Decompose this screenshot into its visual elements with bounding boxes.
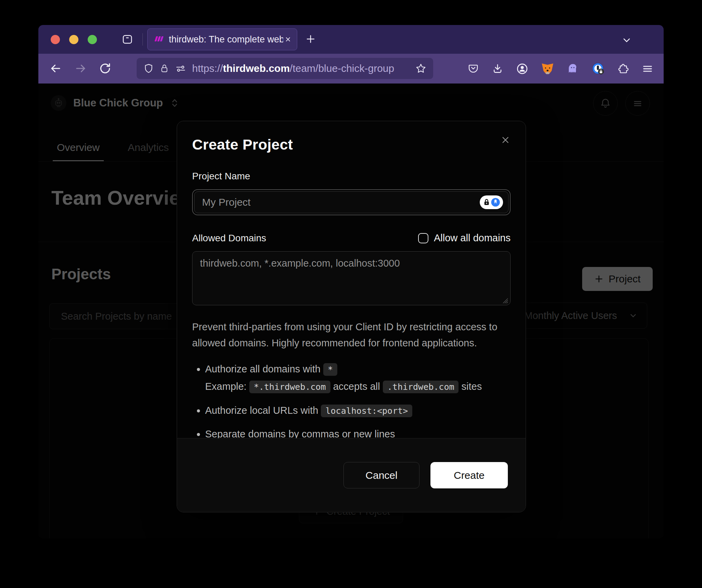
project-name-input[interactable] bbox=[194, 191, 509, 213]
lock-icon bbox=[160, 63, 169, 74]
tab-close-icon[interactable] bbox=[284, 35, 292, 43]
allow-all-domains-label: Allow all domains bbox=[434, 232, 511, 244]
cancel-button[interactable]: Cancel bbox=[343, 462, 419, 488]
allowed-domains-field bbox=[192, 251, 511, 307]
pocket-icon[interactable] bbox=[467, 63, 479, 75]
create-project-modal: Create Project Project Name bbox=[177, 121, 526, 512]
allowed-domains-description: Prevent third-parties from using your Cl… bbox=[192, 319, 511, 351]
menu-hamburger-icon[interactable] bbox=[642, 63, 653, 75]
allowed-domains-textarea[interactable] bbox=[192, 251, 511, 305]
onepassword-autofill-icon[interactable] bbox=[480, 195, 503, 209]
browser-window: thirdweb: The complete web3 de bbox=[38, 25, 664, 538]
back-button[interactable] bbox=[49, 62, 62, 75]
shield-icon[interactable] bbox=[143, 63, 154, 74]
browser-titlebar: thirdweb: The complete web3 de bbox=[38, 25, 664, 54]
url-host: thirdweb.com bbox=[223, 63, 290, 74]
list-all-tabs-icon[interactable] bbox=[621, 35, 632, 46]
create-button[interactable]: Create bbox=[430, 462, 508, 488]
modal-title: Create Project bbox=[192, 136, 511, 153]
window-controls bbox=[51, 35, 97, 44]
downloads-icon[interactable] bbox=[492, 63, 503, 75]
code-badge: * bbox=[323, 363, 337, 376]
forward-button[interactable] bbox=[74, 62, 87, 75]
allow-all-domains-toggle[interactable]: Allow all domains bbox=[418, 232, 511, 244]
domain-rule-item: Authorize all domains with *Example: *.t… bbox=[205, 362, 511, 394]
thirdweb-favicon bbox=[154, 34, 164, 44]
reload-button[interactable] bbox=[99, 62, 112, 75]
onepassword-icon[interactable] bbox=[592, 62, 605, 75]
allow-all-domains-checkbox[interactable] bbox=[418, 233, 428, 243]
account-icon[interactable] bbox=[516, 63, 528, 75]
phantom-icon[interactable] bbox=[567, 63, 579, 75]
modal-close-icon[interactable] bbox=[500, 135, 511, 145]
close-window-button[interactable] bbox=[51, 35, 60, 44]
extensions-puzzle-icon[interactable] bbox=[617, 63, 629, 75]
tab-separator bbox=[142, 33, 143, 46]
url-path: /team/blue-chick-group bbox=[290, 63, 394, 74]
browser-navbar: https://thirdweb.com/team/blue-chick-gro… bbox=[38, 54, 664, 84]
domain-rules-list: Authorize all domains with *Example: *.t… bbox=[192, 362, 511, 442]
tab-title: thirdweb: The complete web3 de bbox=[169, 34, 283, 45]
bookmark-star-icon[interactable] bbox=[415, 63, 426, 74]
domain-rule-example: Example: *.thirdweb.com accepts all .thi… bbox=[205, 379, 511, 394]
allowed-domains-label: Allowed Domains bbox=[192, 233, 266, 244]
url-text[interactable]: https://thirdweb.com/team/blue-chick-gro… bbox=[192, 63, 409, 74]
project-name-label: Project Name bbox=[192, 171, 511, 182]
minimize-window-button[interactable] bbox=[69, 35, 78, 44]
code-badge: *.thirdweb.com bbox=[249, 381, 330, 393]
code-badge: .thirdweb.com bbox=[383, 381, 459, 393]
permissions-icon[interactable] bbox=[175, 63, 186, 74]
project-name-field bbox=[192, 189, 511, 215]
toolbar-icons bbox=[467, 54, 653, 84]
url-bar[interactable]: https://thirdweb.com/team/blue-chick-gro… bbox=[137, 58, 433, 79]
metamask-icon[interactable] bbox=[541, 62, 554, 75]
active-tab[interactable]: thirdweb: The complete web3 de bbox=[147, 28, 297, 50]
firefox-view-icon[interactable] bbox=[121, 33, 134, 46]
maximize-window-button[interactable] bbox=[88, 35, 97, 44]
modal-footer: Cancel Create bbox=[177, 438, 526, 512]
domain-rule-item: Authorize local URLs with localhost:<por… bbox=[205, 403, 511, 418]
new-tab-button[interactable] bbox=[305, 33, 316, 45]
url-scheme: https:// bbox=[192, 63, 223, 74]
code-badge: localhost:<port> bbox=[321, 405, 412, 417]
